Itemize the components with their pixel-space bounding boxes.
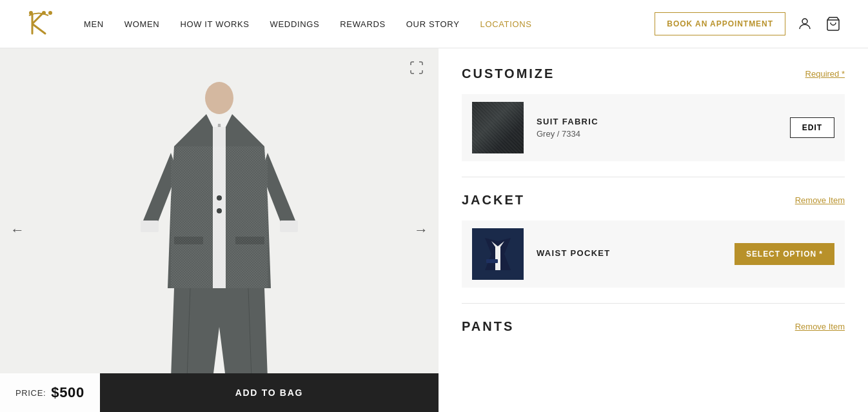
- price-label-text: PRICE:: [15, 388, 46, 398]
- nav-our-story[interactable]: OUR STORY: [406, 19, 460, 29]
- next-image-button[interactable]: →: [414, 222, 428, 239]
- pants-title: PANTS: [462, 319, 514, 334]
- brand-logo[interactable]: [26, 8, 58, 40]
- svg-point-3: [48, 11, 52, 15]
- suit-fabric-value: Grey / 7334: [537, 129, 777, 139]
- nav-rewards[interactable]: REWARDS: [340, 19, 386, 29]
- suit-fabric-info: SUIT FABRIC Grey / 7334: [537, 117, 777, 139]
- customize-title: CUSTOMIZE: [462, 66, 555, 81]
- nav-how-it-works[interactable]: HOW IT WORKS: [180, 19, 249, 29]
- jacket-title: JACKET: [462, 193, 525, 208]
- nav-men[interactable]: MEN: [84, 19, 104, 29]
- jacket-remove-link[interactable]: Remove Item: [795, 195, 845, 205]
- pants-section-header: PANTS Remove Item: [462, 319, 845, 334]
- suit-fabric-name: SUIT FABRIC: [537, 117, 777, 126]
- shopping-bag-icon[interactable]: [824, 15, 842, 33]
- svg-rect-12: [280, 221, 298, 232]
- product-image-section: ← →: [0, 48, 439, 412]
- nav-weddings[interactable]: WEDDINGS: [270, 19, 320, 29]
- nav-right: BOOK AN APPOINTMENT: [655, 12, 842, 35]
- nav-locations[interactable]: LOCATIONS: [480, 19, 532, 29]
- navigation: MEN WOMEN HOW IT WORKS WEDDINGS REWARDS …: [0, 0, 868, 48]
- book-appointment-button[interactable]: BOOK AN APPOINTMENT: [655, 12, 785, 35]
- suit-fabric-edit-button[interactable]: EDIT: [790, 117, 834, 138]
- waist-pocket-thumbnail: [472, 228, 524, 280]
- svg-point-4: [802, 19, 807, 24]
- jacket-section-header: JACKET Remove Item: [462, 193, 845, 208]
- customization-panel: CUSTOMIZE Required * SUIT FABRIC Grey / …: [439, 48, 868, 412]
- waist-pocket-info: WAIST POCKET: [537, 248, 722, 260]
- divider-2: [462, 303, 845, 304]
- prev-image-button[interactable]: ←: [10, 222, 25, 239]
- pants-remove-link[interactable]: Remove Item: [795, 322, 845, 331]
- price-add-bar: PRICE: $500 ADD TO BAG: [0, 373, 439, 412]
- waist-pocket-card: WAIST POCKET SELECT OPTION *: [462, 221, 845, 288]
- waist-pocket-select-button[interactable]: SELECT OPTION *: [735, 243, 834, 265]
- svg-rect-11: [141, 221, 159, 232]
- suit-fabric-thumbnail: [472, 102, 524, 153]
- svg-rect-17: [171, 146, 268, 288]
- customize-section-header: CUSTOMIZE Required *: [462, 66, 845, 81]
- nav-links: MEN WOMEN HOW IT WORKS WEDDINGS REWARDS …: [84, 19, 655, 29]
- user-icon[interactable]: [796, 15, 814, 33]
- nav-women[interactable]: WOMEN: [124, 19, 160, 29]
- suit-fabric-card: SUIT FABRIC Grey / 7334 EDIT: [462, 94, 845, 161]
- required-link[interactable]: Required *: [805, 69, 845, 79]
- expand-icon[interactable]: [409, 60, 427, 78]
- price-amount: $500: [51, 384, 84, 401]
- svg-point-6: [205, 82, 233, 114]
- price-display: PRICE: $500: [0, 373, 100, 412]
- add-to-bag-button[interactable]: ADD TO BAG: [100, 373, 439, 412]
- svg-rect-20: [486, 259, 498, 263]
- main-content: ← →: [0, 48, 868, 412]
- waist-pocket-name: WAIST POCKET: [537, 248, 722, 258]
- suit-image: [0, 48, 439, 412]
- svg-rect-19: [495, 246, 500, 270]
- divider-1: [462, 177, 845, 177]
